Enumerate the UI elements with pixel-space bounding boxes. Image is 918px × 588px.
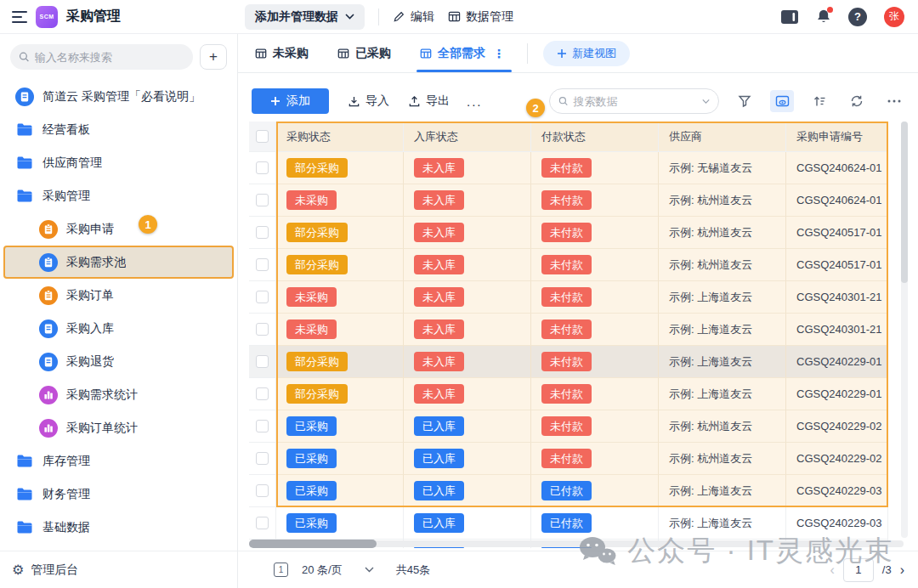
table-row[interactable]: 未采购未入库未付款示例: 杭州道友云CGSQ240624-01 — [249, 184, 888, 217]
sidebar-item[interactable]: 采购管理 — [3, 179, 234, 212]
row-checkbox[interactable] — [256, 194, 269, 206]
prev-page-button[interactable]: ‹ — [830, 563, 835, 578]
row-checkbox[interactable] — [256, 484, 269, 497]
export-button[interactable]: 导出 — [408, 93, 450, 109]
row-height-icon[interactable]: 1 — [274, 563, 288, 577]
sidebar-item[interactable]: 采购需求统计 — [3, 378, 234, 411]
row-checkbox[interactable] — [256, 387, 269, 400]
table-row[interactable]: 部分采购未入库未付款示例: 上海道友云CGSQ240229-01 — [249, 378, 888, 410]
table-row[interactable]: 部分采购未入库未付款示例: 杭州道友云CGSQ240517-01 — [249, 249, 888, 281]
vertical-scrollbar[interactable] — [901, 122, 908, 538]
data-search-input[interactable] — [573, 95, 697, 108]
sidebar-item[interactable]: 库存管理 — [3, 444, 234, 478]
table-row[interactable]: 未采购未入库未付款示例: 上海道友云CGSQ240301-21 — [249, 281, 888, 314]
sidebar-item[interactable]: 采购退货 — [3, 345, 234, 378]
notifications-button[interactable] — [816, 8, 831, 25]
row-checkbox[interactable] — [256, 226, 269, 239]
view-tab[interactable]: 未采购 — [255, 34, 309, 72]
table-row[interactable]: 已采购已入库未付款示例: 杭州道友云CGSQ240229-02 — [249, 410, 888, 443]
purchase-status-cell: 未采购 — [276, 281, 404, 314]
page-size-select[interactable]: 20 条/页 — [302, 563, 343, 578]
import-button[interactable]: 导入 — [348, 93, 389, 109]
sidebar-item[interactable]: 简道云 采购管理「必看说明」 — [3, 80, 234, 113]
inbound-status-cell: 已入库 — [404, 410, 531, 443]
tab-menu-icon[interactable]: ⋮ — [493, 47, 505, 60]
sidebar-item[interactable]: 基础数据 — [3, 511, 234, 544]
sidebar-search-input[interactable] — [35, 51, 184, 64]
sidebar-item[interactable]: 财务管理 — [3, 478, 234, 511]
row-checkbox[interactable] — [256, 420, 269, 433]
data-search[interactable] — [549, 88, 719, 114]
help-button[interactable]: ? — [848, 8, 867, 26]
scrollbar-thumb[interactable] — [249, 540, 377, 548]
row-checkbox[interactable] — [256, 258, 269, 271]
status-badge: 未采购 — [286, 190, 337, 211]
row-checkbox[interactable] — [256, 323, 269, 336]
sort-button[interactable] — [808, 90, 831, 112]
row-checkbox[interactable] — [256, 517, 269, 529]
collapse-menu-icon[interactable] — [12, 11, 27, 23]
table-row[interactable]: 部分采购未入库未付款示例: 上海道友云CGSQ240229-01 — [249, 346, 888, 378]
view-tab[interactable]: 已采购 — [337, 34, 391, 72]
display-fields-button[interactable] — [770, 90, 794, 112]
new-view-button[interactable]: 新建视图 — [543, 41, 630, 66]
sidebar-item[interactable]: 采购需求池 — [3, 246, 234, 279]
chevron-down-icon[interactable] — [702, 99, 710, 105]
more-actions-button[interactable]: ... — [467, 94, 483, 109]
table-grid-icon — [448, 10, 461, 23]
sidebar-search[interactable] — [10, 44, 193, 70]
add-app-button[interactable]: + — [200, 44, 227, 70]
chevron-down-icon[interactable] — [365, 567, 374, 573]
table-row[interactable]: 已采购已入库已付款示例: 上海道友云CGSQ240229-03 — [249, 507, 888, 540]
horizontal-scrollbar[interactable] — [249, 540, 904, 548]
sidebar-item-label: 财务管理 — [42, 487, 90, 502]
manage-data-label: 添加并管理数据 — [255, 9, 338, 25]
sidebar-item-label: 采购订单 — [66, 288, 114, 303]
table-row[interactable]: 部分采购未入库未付款示例: 杭州道友云CGSQ240517-01 — [249, 217, 888, 249]
status-badge: 未入库 — [414, 223, 464, 243]
payment-status-cell: 未付款 — [531, 184, 659, 217]
table-row[interactable]: 未采购未入库未付款示例: 上海道友云CGSQ240301-21 — [249, 314, 888, 346]
status-badge: 未付款 — [541, 190, 592, 211]
scrollbar-thumb[interactable] — [901, 122, 908, 283]
table-more-button[interactable] — [882, 90, 906, 112]
panel-icon[interactable] — [780, 9, 799, 25]
filter-button[interactable] — [733, 90, 756, 112]
status-badge: 已采购 — [286, 513, 337, 534]
payment-status-cell: 已付款 — [531, 475, 659, 507]
sidebar-item[interactable]: 采购申请 — [3, 212, 234, 246]
refresh-button[interactable] — [845, 90, 869, 112]
sidebar-item[interactable]: 采购订单统计 — [3, 411, 234, 444]
sidebar-item[interactable]: 经营看板 — [3, 113, 234, 146]
edit-button[interactable]: 编辑 — [393, 9, 434, 25]
annotation-2: 2 — [526, 99, 545, 117]
column-header[interactable]: 入库状态 — [404, 122, 531, 152]
download-icon — [348, 95, 360, 108]
row-checkbox[interactable] — [256, 355, 269, 368]
next-page-button[interactable]: › — [900, 563, 904, 578]
top-bar: SCM 采购管理 添加并管理数据 编辑 数据管理 ? 张 — [0, 0, 918, 34]
avatar[interactable]: 张 — [884, 7, 904, 27]
column-header[interactable]: 付款状态 — [531, 122, 659, 152]
sidebar-item[interactable]: 供应商管理 — [3, 146, 234, 179]
status-badge: 已入库 — [414, 513, 464, 534]
sidebar-item[interactable]: 采购入库 — [3, 312, 234, 345]
row-checkbox[interactable] — [256, 161, 269, 174]
current-page-input[interactable]: 1 — [843, 558, 874, 582]
data-manage-button[interactable]: 数据管理 — [448, 9, 513, 25]
row-checkbox[interactable] — [256, 291, 269, 303]
admin-console-button[interactable]: ⚙ 管理后台 — [0, 551, 237, 588]
column-header[interactable]: 供应商 — [659, 122, 786, 152]
column-header[interactable]: 采购状态 — [276, 122, 404, 152]
view-tab[interactable]: 全部需求⋮ — [420, 34, 505, 72]
column-header[interactable]: 采购申请编号 — [786, 122, 888, 152]
table-row[interactable]: 部分采购未入库未付款示例: 无锡道友云CGSQ240624-01 — [249, 152, 888, 184]
sidebar-item[interactable]: 采购订单 — [3, 279, 234, 312]
manage-data-dropdown[interactable]: 添加并管理数据 — [245, 4, 365, 30]
table-row[interactable]: 已采购已入库未付款示例: 杭州道友云CGSQ240229-02 — [249, 443, 888, 475]
table-row[interactable]: 已采购已入库已付款示例: 上海道友云CGSQ240229-03 — [249, 475, 888, 507]
select-all-checkbox[interactable] — [256, 130, 269, 143]
row-checkbox[interactable] — [256, 452, 269, 465]
add-record-button[interactable]: 添加 — [252, 88, 329, 114]
purchase-status-cell: 已采购 — [276, 410, 404, 443]
